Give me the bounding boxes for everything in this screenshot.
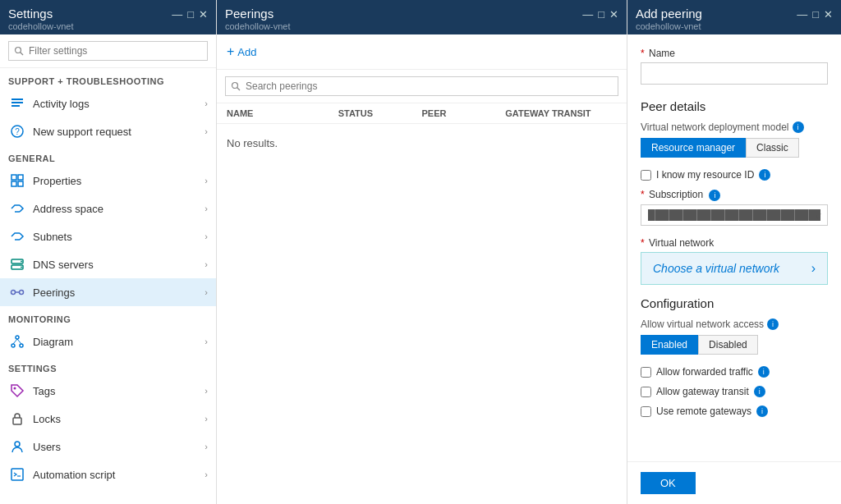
- nav-item-properties[interactable]: Properties ›: [0, 167, 216, 195]
- resource-manager-button[interactable]: Resource manager: [641, 138, 746, 158]
- svg-point-20: [20, 344, 23, 347]
- settings-close-icon[interactable]: ✕: [199, 8, 208, 21]
- users-chevron: ›: [205, 442, 208, 451]
- svg-point-13: [21, 261, 22, 263]
- allow-gateway-transit-checkbox[interactable]: [641, 387, 651, 397]
- peerings-panel: Peerings codehollow-vnet — □ ✕ + Add NAM…: [217, 0, 627, 504]
- nav-item-activity-logs[interactable]: Activity logs ›: [0, 89, 216, 117]
- add-peering-close-icon[interactable]: ✕: [824, 8, 833, 21]
- know-resource-id-info-icon[interactable]: i: [759, 169, 770, 181]
- add-label: Add: [237, 46, 256, 58]
- tags-label: Tags: [33, 385, 205, 397]
- configuration-title: Configuration: [641, 296, 828, 310]
- peerings-minimize-icon[interactable]: —: [582, 8, 593, 21]
- name-required-asterisk: *: [641, 48, 645, 59]
- settings-panel: Settings codehollow-vnet — □ ✕ SUPPORT +…: [0, 0, 217, 504]
- svg-point-16: [20, 291, 24, 295]
- deployment-model-info-icon[interactable]: i: [793, 121, 804, 133]
- col-header-peer: PEER: [421, 108, 505, 118]
- monitoring-section-header: MONITORING: [0, 306, 216, 328]
- activity-logs-chevron: ›: [205, 99, 208, 108]
- nav-item-dns-servers[interactable]: DNS servers ›: [0, 250, 216, 278]
- support-request-icon: ?: [8, 124, 26, 139]
- peerings-window-controls: — □ ✕: [582, 8, 618, 21]
- allow-vnet-access-info-icon[interactable]: i: [767, 318, 779, 330]
- add-peering-maximize-icon[interactable]: □: [812, 8, 819, 21]
- dns-servers-icon: [8, 257, 26, 272]
- svg-line-22: [17, 339, 21, 344]
- nav-item-peerings[interactable]: Peerings ›: [0, 278, 216, 306]
- name-input[interactable]: [641, 62, 828, 85]
- deployment-model-btn-group: Resource manager Classic: [641, 138, 828, 158]
- nav-item-tags[interactable]: Tags ›: [0, 377, 216, 405]
- locks-label: Locks: [33, 413, 205, 425]
- add-peering-content: * Name Peer details Virtual network depl…: [627, 34, 841, 461]
- svg-rect-24: [13, 418, 21, 424]
- subscription-required-asterisk: *: [641, 189, 645, 200]
- nav-item-automation-script[interactable]: Automation script ›: [0, 460, 216, 488]
- allow-vnet-access-btn-group: Enabled Disabled: [641, 335, 828, 355]
- dns-servers-chevron: ›: [205, 259, 208, 269]
- virtual-network-required-asterisk: *: [641, 237, 645, 249]
- peerings-search-input[interactable]: [225, 76, 618, 96]
- diagram-chevron: ›: [205, 337, 208, 346]
- properties-icon: [8, 173, 26, 188]
- svg-rect-6: [18, 175, 23, 180]
- users-label: Users: [33, 441, 205, 453]
- nav-item-subnets[interactable]: Subnets ›: [0, 222, 216, 250]
- enabled-button[interactable]: Enabled: [641, 335, 698, 355]
- nav-item-users[interactable]: Users ›: [0, 433, 216, 460]
- peerings-table-body: No results.: [217, 124, 627, 504]
- add-peering-title-bar: Add peering codehollow-vnet — □ ✕: [627, 0, 841, 34]
- peerings-subtitle: codehollow-vnet: [225, 21, 291, 31]
- ok-button[interactable]: OK: [641, 472, 696, 494]
- nav-item-locks[interactable]: Locks ›: [0, 405, 216, 433]
- allow-gateway-transit-row: Allow gateway transit i: [641, 386, 828, 397]
- settings-title-bar: Settings codehollow-vnet — □ ✕: [0, 0, 216, 34]
- peerings-maximize-icon[interactable]: □: [598, 8, 604, 21]
- peerings-chevron: ›: [205, 287, 208, 297]
- allow-forwarded-traffic-info-icon[interactable]: i: [758, 366, 770, 378]
- automation-script-label: Automation script: [33, 469, 205, 481]
- peerings-title-bar: Peerings codehollow-vnet — □ ✕: [217, 0, 627, 34]
- tags-icon: [8, 383, 26, 398]
- allow-vnet-access-label: Allow virtual network access i: [641, 318, 828, 330]
- svg-rect-8: [18, 181, 23, 186]
- use-remote-gateways-checkbox[interactable]: [641, 406, 651, 417]
- nav-item-address-space[interactable]: Address space ›: [0, 195, 216, 222]
- allow-forwarded-traffic-checkbox[interactable]: [641, 367, 651, 378]
- settings-nav: SUPPORT + TROUBLESHOOTING Activity logs …: [0, 68, 216, 504]
- address-space-chevron: ›: [205, 204, 208, 213]
- disabled-button[interactable]: Disabled: [698, 335, 758, 355]
- settings-section-header: SETTINGS: [0, 355, 216, 377]
- ok-bar: OK: [627, 461, 841, 504]
- automation-script-chevron: ›: [205, 470, 208, 479]
- virtual-network-picker[interactable]: Choose a virtual network ›: [641, 252, 828, 285]
- svg-rect-1: [11, 102, 23, 103]
- col-header-status: STATUS: [338, 108, 422, 118]
- add-peering-window-controls: — □ ✕: [797, 8, 833, 21]
- support-section-header: SUPPORT + TROUBLESHOOTING: [0, 68, 216, 89]
- know-resource-id-checkbox[interactable]: [641, 170, 651, 181]
- add-peering-button[interactable]: + Add: [227, 41, 256, 62]
- subscription-select-wrapper: ████████████████████████████: [641, 204, 828, 226]
- diagram-label: Diagram: [33, 336, 205, 348]
- peerings-label: Peerings: [33, 286, 205, 299]
- classic-button[interactable]: Classic: [746, 138, 799, 158]
- add-peering-minimize-icon[interactable]: —: [797, 8, 807, 21]
- peerings-close-icon[interactable]: ✕: [609, 8, 618, 21]
- settings-minimize-icon[interactable]: —: [172, 8, 182, 21]
- settings-maximize-icon[interactable]: □: [187, 8, 194, 21]
- tags-chevron: ›: [205, 386, 208, 396]
- nav-item-support-request[interactable]: ? New support request ›: [0, 117, 216, 145]
- know-resource-id-row: I know my resource ID i: [641, 169, 828, 181]
- use-remote-gateways-row: Use remote gateways i: [641, 405, 828, 417]
- address-space-icon: [8, 201, 26, 216]
- use-remote-gateways-info-icon[interactable]: i: [756, 405, 768, 417]
- nav-item-diagram[interactable]: Diagram ›: [0, 328, 216, 355]
- settings-filter-input[interactable]: [8, 41, 208, 61]
- allow-gateway-transit-info-icon[interactable]: i: [754, 386, 765, 397]
- subscription-info-icon[interactable]: i: [709, 190, 720, 201]
- subscription-select[interactable]: ████████████████████████████: [641, 204, 828, 226]
- allow-forwarded-traffic-label: Allow forwarded traffic: [656, 366, 753, 378]
